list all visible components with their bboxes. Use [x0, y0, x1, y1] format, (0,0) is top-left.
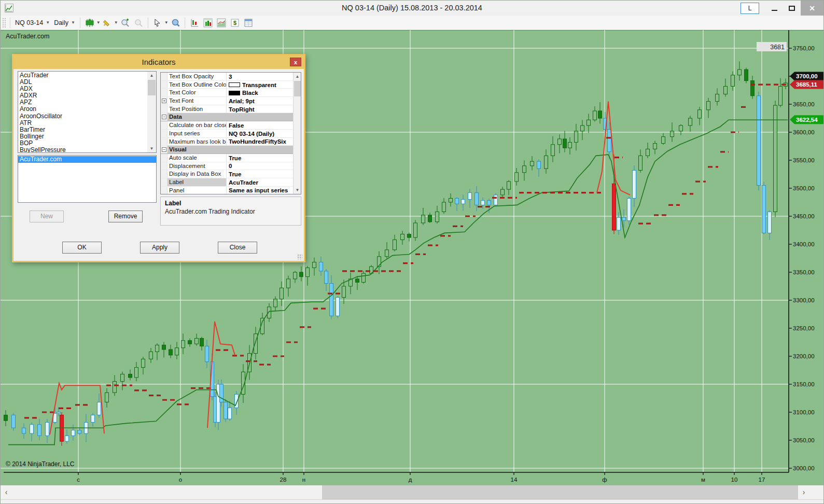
- property-row[interactable]: +Text FontArial; 9pt: [161, 97, 293, 105]
- candle-body: [442, 202, 446, 212]
- expand-icon[interactable]: +: [162, 99, 166, 103]
- apply-button[interactable]: Apply: [140, 242, 179, 254]
- property-row[interactable]: Text Box Opacity3: [161, 73, 293, 81]
- indicator-list-item[interactable]: Bollinger: [18, 133, 147, 140]
- property-value[interactable]: TwoHundredFiftySix: [227, 138, 293, 146]
- indicator-list-item[interactable]: APZ: [18, 99, 147, 106]
- horizontal-scrollbar[interactable]: ‹ ›: [1, 485, 824, 499]
- property-gutter: [161, 178, 167, 186]
- candle-body: [362, 273, 366, 282]
- selected-indicator-item[interactable]: AcuTrader.com: [18, 156, 156, 163]
- dialog-close-button[interactable]: x: [290, 58, 301, 66]
- scrollbar-thumb[interactable]: [148, 80, 156, 95]
- candle-body: [551, 145, 555, 156]
- close-dialog-button[interactable]: Close: [218, 242, 257, 254]
- candle-body: [156, 345, 159, 352]
- scroll-up-icon[interactable]: ▲: [294, 73, 301, 80]
- indicator-list-item[interactable]: ATR: [18, 120, 147, 127]
- scrollbar-thumb[interactable]: [294, 81, 301, 96]
- time-axis-label: о: [179, 477, 182, 483]
- chart-top-border: [1, 30, 824, 31]
- property-label: Text Box Outline Color: [167, 81, 227, 89]
- time-axis-label: 28: [280, 477, 287, 483]
- property-label: Calculate on bar close: [167, 121, 227, 129]
- property-value[interactable]: Arial; 9pt: [227, 97, 293, 105]
- remove-button[interactable]: Remove: [108, 211, 143, 222]
- property-row[interactable]: Auto scaleTrue: [161, 154, 293, 162]
- property-value[interactable]: True: [227, 154, 293, 162]
- property-gutter: [161, 187, 167, 194]
- property-row[interactable]: Input seriesNQ 03-14 (Daily): [161, 130, 293, 138]
- property-row[interactable]: Maximum bars look baTwoHundredFiftySix: [161, 138, 293, 146]
- property-row[interactable]: LabelAcuTrader: [161, 178, 293, 187]
- property-row[interactable]: Displacement0: [161, 162, 293, 171]
- property-value-text: False: [229, 122, 244, 129]
- property-label: Auto scale: [167, 154, 227, 162]
- scrollbar-thumb[interactable]: [322, 485, 798, 499]
- candle-body: [181, 341, 185, 348]
- indicator-list-item[interactable]: Aroon: [18, 106, 147, 113]
- property-value[interactable]: NQ 03-14 (Daily): [227, 130, 293, 137]
- ok-button[interactable]: OK: [62, 242, 102, 254]
- property-value[interactable]: TopRight: [227, 105, 293, 113]
- property-gutter: [161, 73, 167, 80]
- property-grid[interactable]: Text Box Opacity3Text Box Outline ColorT…: [160, 72, 301, 194]
- candle-body: [662, 137, 665, 144]
- indicator-list-item[interactable]: ADX: [18, 86, 147, 92]
- candle-body: [515, 173, 519, 181]
- property-row[interactable]: Display in Data BoxTrue: [161, 170, 293, 178]
- property-row[interactable]: Text ColorBlack: [161, 89, 293, 97]
- selected-indicators-list[interactable]: AcuTrader.com: [18, 155, 157, 203]
- property-row[interactable]: PanelSame as input series: [161, 187, 293, 194]
- candle-body: [671, 131, 674, 137]
- property-value[interactable]: True: [227, 170, 293, 178]
- candle-body: [449, 198, 453, 202]
- candle-body: [330, 284, 333, 316]
- property-row[interactable]: Calculate on bar closeFalse: [161, 121, 293, 130]
- property-value[interactable]: 0: [227, 162, 293, 170]
- indicator-list-item[interactable]: ADXR: [18, 92, 147, 99]
- property-description: Label AcuTrader.com Trading Indicator: [160, 197, 301, 226]
- indicator-list-item[interactable]: BuySellPressure: [18, 147, 147, 152]
- scroll-down-icon[interactable]: ▼: [147, 145, 156, 152]
- property-label: Display in Data Box: [167, 170, 227, 178]
- property-value[interactable]: AcuTrader: [227, 178, 293, 186]
- scroll-down-icon[interactable]: ▼: [294, 186, 301, 194]
- property-value[interactable]: 3: [227, 73, 293, 80]
- candle-body: [581, 125, 584, 131]
- property-row[interactable]: Text PositionTopRight: [161, 105, 293, 114]
- indicator-list-item[interactable]: AroonOscillator: [18, 113, 147, 120]
- candle-body: [707, 102, 710, 110]
- property-value[interactable]: Transparent: [227, 81, 293, 89]
- candle-body: [149, 352, 153, 359]
- candle-body: [57, 412, 61, 413]
- dialog-titlebar[interactable]: Indicators x: [13, 55, 304, 69]
- indicator-list-item[interactable]: AcuTrader: [18, 72, 147, 79]
- indicator-list-item[interactable]: BarTimer: [18, 127, 147, 133]
- dialog-resize-grip[interactable]: [297, 254, 302, 259]
- candle-body: [475, 193, 479, 205]
- property-row[interactable]: Text Box Outline ColorTransparent: [161, 81, 293, 89]
- property-value[interactable]: Black: [227, 89, 293, 96]
- property-section-row[interactable]: −Visual: [161, 146, 293, 154]
- collapse-icon[interactable]: −: [162, 147, 166, 152]
- time-axis-label: ф: [602, 477, 607, 483]
- property-grid-scrollbar[interactable]: ▲ ▼: [293, 73, 301, 194]
- property-section-row[interactable]: −Data: [161, 113, 293, 121]
- scroll-up-icon[interactable]: ▲: [147, 72, 156, 79]
- scroll-left-icon[interactable]: ‹: [2, 485, 11, 499]
- price-axis-label: 3500,00: [793, 185, 815, 191]
- property-value[interactable]: False: [227, 121, 293, 129]
- candle-body: [169, 349, 173, 355]
- indicator-list-item[interactable]: ADL: [18, 79, 147, 86]
- price-axis-label: 3100,00: [793, 409, 815, 415]
- price-axis-label: 3000,00: [793, 465, 815, 471]
- available-indicators-list[interactable]: AcuTraderADLADXADXRAPZAroonAroonOscillat…: [18, 71, 157, 153]
- candle-body: [598, 111, 602, 118]
- property-value[interactable]: Same as input series: [227, 187, 293, 194]
- candle-body: [639, 156, 643, 170]
- collapse-icon[interactable]: −: [162, 115, 166, 119]
- list-scrollbar[interactable]: ▲ ▼: [147, 72, 156, 152]
- scroll-right-icon[interactable]: ›: [799, 485, 808, 499]
- time-axis-label: н: [302, 477, 305, 483]
